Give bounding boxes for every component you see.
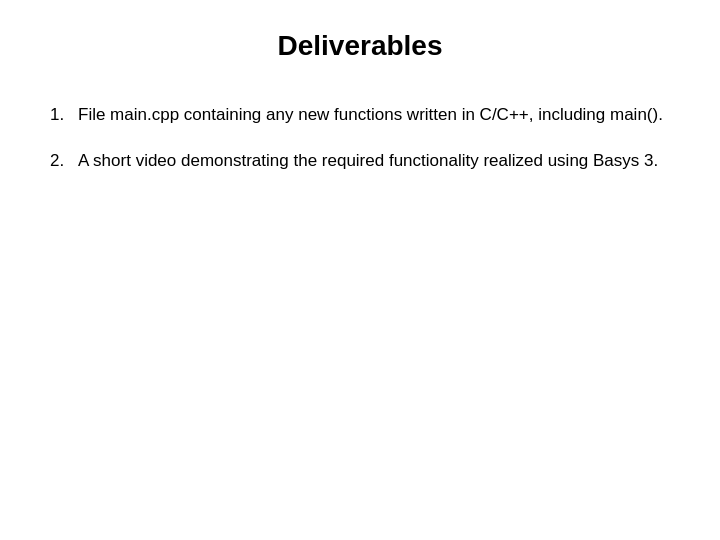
list-number-2: 2. [50,148,78,174]
list-text-1: File main.cpp containing any new functio… [78,102,670,128]
page-title: Deliverables [50,30,670,62]
list-item: 2. A short video demonstrating the requi… [50,148,670,174]
list-text-2: A short video demonstrating the required… [78,148,670,174]
list-number-1: 1. [50,102,78,128]
list-item: 1. File main.cpp containing any new func… [50,102,670,128]
ordered-list: 1. File main.cpp containing any new func… [50,102,670,173]
deliverables-list: 1. File main.cpp containing any new func… [50,102,670,193]
